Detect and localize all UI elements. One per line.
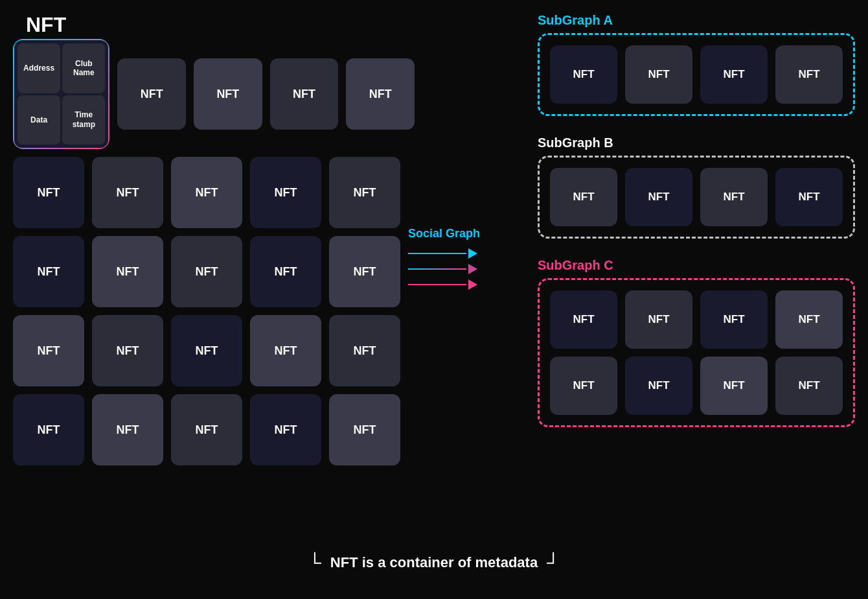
sg-nft: NFT <box>700 357 768 415</box>
nft-card: NFT <box>13 157 84 228</box>
subgraph-a-title: SubGraph A <box>538 13 855 28</box>
nft-card: NFT <box>250 394 321 465</box>
nft-card: NFT <box>270 58 339 130</box>
bracket-right: ┘ <box>547 552 560 573</box>
social-graph-section: Social Graph <box>408 227 480 290</box>
nft-card: NFT <box>92 394 163 465</box>
nft-card: NFT <box>250 236 321 307</box>
sg-nft: NFT <box>550 45 617 104</box>
subgraph-a-row-0: NFT NFT NFT NFT <box>550 45 843 104</box>
subgraph-a-box: NFT NFT NFT NFT <box>538 33 855 116</box>
left-section: Address ClubName Data Timestamp NFT NFT … <box>13 39 415 473</box>
nft-card: NFT <box>171 236 242 307</box>
nft-main-title: NFT <box>26 13 66 37</box>
nft-card: NFT <box>329 157 400 228</box>
sg-nft: NFT <box>550 168 617 226</box>
meta-cell-address: Address <box>17 43 60 93</box>
grid-row-1: NFT NFT NFT NFT NFT <box>13 157 415 228</box>
nft-card: NFT <box>13 236 84 307</box>
grid-row-2: NFT NFT NFT NFT NFT <box>13 236 415 307</box>
grid-row-4: NFT NFT NFT NFT NFT <box>13 394 415 465</box>
nft-card: NFT <box>171 157 242 228</box>
nft-card: NFT <box>117 58 186 130</box>
meta-cell-data: Data <box>17 95 60 145</box>
subgraph-c-row-1: NFT NFT NFT NFT <box>550 357 843 415</box>
arrow-row-1 <box>408 248 477 259</box>
meta-cell-timestamp: Timestamp <box>62 95 105 145</box>
subgraph-c-row-0: NFT NFT NFT NFT <box>550 290 843 349</box>
nft-card: NFT <box>92 157 163 228</box>
subgraph-b-box: NFT NFT NFT NFT <box>538 156 855 239</box>
arrow-row-3 <box>408 279 477 290</box>
grid-row-3: NFT NFT NFT NFT NFT <box>13 315 415 386</box>
nft-card: NFT <box>329 315 400 386</box>
sg-nft: NFT <box>775 168 843 226</box>
sg-nft: NFT <box>700 168 768 226</box>
sg-nft: NFT <box>700 290 768 349</box>
subgraph-c-box: NFT NFT NFT NFT NFT NFT NFT NFT <box>538 278 855 427</box>
nft-card: NFT <box>194 58 262 130</box>
nft-card: NFT <box>329 236 400 307</box>
sg-nft: NFT <box>775 357 843 415</box>
arrow-tip-cyan <box>468 248 477 259</box>
sg-nft: NFT <box>550 290 617 349</box>
nft-card: NFT <box>13 394 84 465</box>
nft-card: NFT <box>92 236 163 307</box>
sg-nft: NFT <box>625 290 692 349</box>
arrow-row-2 <box>408 264 477 274</box>
sg-nft: NFT <box>625 45 692 104</box>
subgraph-a-container: SubGraph A NFT NFT NFT NFT <box>538 13 855 116</box>
nft-meta-card: Address ClubName Data Timestamp <box>13 39 109 149</box>
social-graph-label: Social Graph <box>408 227 480 241</box>
subgraph-b-title: SubGraph B <box>538 135 855 150</box>
sg-nft: NFT <box>775 45 843 104</box>
nft-card: NFT <box>250 315 321 386</box>
arrow-tip-pink <box>468 279 477 290</box>
nft-card: NFT <box>329 394 400 465</box>
subgraph-b-row-0: NFT NFT NFT NFT <box>550 168 843 226</box>
sg-nft: NFT <box>550 357 617 415</box>
nft-card: NFT <box>13 315 84 386</box>
nft-card: NFT <box>346 58 415 130</box>
meta-cell-clubname: ClubName <box>62 43 105 93</box>
subgraph-b-container: SubGraph B NFT NFT NFT NFT <box>538 135 855 239</box>
main-container: NFT Address ClubName Data Timestamp NFT … <box>0 0 868 599</box>
arrow-line-pink <box>408 284 466 285</box>
sg-nft: NFT <box>775 290 843 349</box>
subgraph-c-container: SubGraph C NFT NFT NFT NFT NFT NFT NFT N… <box>538 258 855 427</box>
nft-card: NFT <box>92 315 163 386</box>
right-section: SubGraph A NFT NFT NFT NFT SubGraph B NF… <box>538 13 855 427</box>
sg-nft: NFT <box>625 168 692 226</box>
arrow-tip-mix <box>468 264 477 274</box>
nft-card: NFT <box>250 157 321 228</box>
bracket-left: └ <box>308 552 321 573</box>
bottom-label: └ NFT is a container of metadata ┘ <box>32 552 836 573</box>
nft-card: NFT <box>171 315 242 386</box>
bottom-label-text: NFT is a container of metadata <box>330 554 538 571</box>
grid-row-0: Address ClubName Data Timestamp NFT NFT … <box>13 39 415 149</box>
sg-nft: NFT <box>700 45 768 104</box>
nft-card: NFT <box>171 394 242 465</box>
sg-nft: NFT <box>625 357 692 415</box>
arrow-line-cyan <box>408 253 466 254</box>
subgraph-c-title: SubGraph C <box>538 258 855 273</box>
arrow-line-mix <box>408 268 466 270</box>
